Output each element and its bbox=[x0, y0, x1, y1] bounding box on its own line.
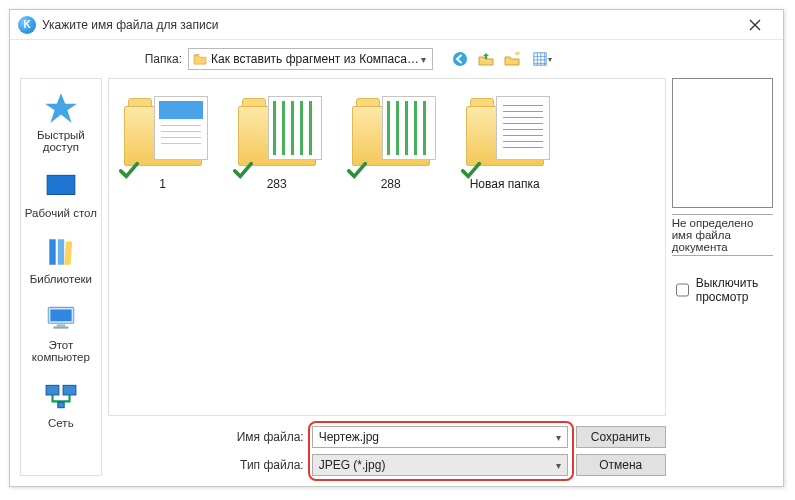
folder-icon bbox=[193, 53, 207, 65]
folder-label: Папка: bbox=[142, 52, 182, 66]
chevron-down-icon: ▾ bbox=[548, 55, 552, 64]
save-file-dialog: K Укажите имя файла для записи Папка: Ка… bbox=[9, 9, 784, 487]
preview-box bbox=[672, 78, 773, 208]
folder-thumbnail bbox=[462, 95, 548, 177]
filename-label: Имя файла: bbox=[234, 430, 304, 444]
place-desktop[interactable]: Рабочий стол bbox=[21, 167, 101, 221]
folder-item-label: 1 bbox=[159, 177, 166, 191]
checkbox-label: Выключить просмотр bbox=[696, 276, 773, 304]
folder-thumbnail bbox=[120, 95, 206, 177]
preview-status: Не определено имя файла документа bbox=[672, 214, 773, 256]
svg-point-1 bbox=[515, 52, 519, 56]
svg-rect-7 bbox=[64, 241, 72, 264]
svg-point-0 bbox=[453, 52, 467, 66]
place-quick-access[interactable]: Быстрый доступ bbox=[21, 89, 101, 155]
file-list[interactable]: 1283288Новая папка bbox=[108, 78, 666, 416]
checkmark-icon bbox=[118, 159, 140, 181]
network-icon bbox=[44, 379, 78, 413]
window-title: Укажите имя файла для записи bbox=[42, 18, 735, 32]
center-column: 1283288Новая папка Имя файла: Чертеж.jpg… bbox=[108, 78, 666, 476]
back-button[interactable] bbox=[449, 48, 471, 70]
libraries-icon bbox=[44, 235, 78, 269]
svg-rect-3 bbox=[47, 175, 75, 194]
checkmark-icon bbox=[232, 159, 254, 181]
place-label: Быстрый доступ bbox=[21, 129, 101, 153]
svg-rect-14 bbox=[58, 402, 64, 407]
chevron-down-icon: ▾ bbox=[419, 54, 428, 65]
new-folder-icon bbox=[504, 51, 520, 67]
checkmark-icon bbox=[346, 159, 368, 181]
svg-rect-12 bbox=[46, 385, 59, 395]
filename-input[interactable]: Чертеж.jpg ▾ bbox=[312, 426, 568, 448]
save-button[interactable]: Сохранить bbox=[576, 426, 666, 448]
place-label: Рабочий стол bbox=[25, 207, 97, 219]
filetype-select[interactable]: JPEG (*.jpg) ▾ bbox=[312, 454, 568, 476]
new-folder-button[interactable] bbox=[501, 48, 523, 70]
titlebar: K Укажите имя файла для записи bbox=[10, 10, 783, 40]
checkmark-icon bbox=[460, 159, 482, 181]
app-icon: K bbox=[18, 16, 36, 34]
filetype-value: JPEG (*.jpg) bbox=[319, 458, 556, 472]
folder-toolbar: Папка: Как вставить фрагмент из Компаса … bbox=[142, 48, 773, 70]
folder-item[interactable]: Новая папка bbox=[461, 95, 549, 191]
checkbox-input[interactable] bbox=[676, 283, 689, 297]
folder-item-label: 288 bbox=[381, 177, 401, 191]
view-grid-icon bbox=[533, 52, 547, 66]
back-arrow-icon bbox=[452, 51, 468, 67]
folder-thumbnail bbox=[234, 95, 320, 177]
chevron-down-icon: ▾ bbox=[556, 460, 561, 471]
folder-item[interactable]: 283 bbox=[233, 95, 321, 191]
svg-rect-10 bbox=[57, 324, 66, 326]
place-network[interactable]: Сеть bbox=[21, 377, 101, 431]
folder-item[interactable]: 288 bbox=[347, 95, 435, 191]
places-bar: Быстрый доступ Рабочий стол Библиотеки Э… bbox=[20, 78, 102, 476]
toolbar-buttons: ▾ bbox=[449, 48, 557, 70]
place-label: Этот компьютер bbox=[21, 339, 101, 363]
filename-value: Чертеж.jpg bbox=[319, 430, 556, 444]
quick-access-icon bbox=[44, 91, 78, 125]
close-button[interactable] bbox=[735, 11, 775, 39]
svg-rect-9 bbox=[50, 310, 71, 322]
disable-preview-checkbox[interactable]: Выключить просмотр bbox=[672, 276, 773, 304]
folder-up-icon bbox=[478, 51, 494, 67]
folder-selector[interactable]: Как вставить фрагмент из Компаса в Вор ▾ bbox=[188, 48, 433, 70]
place-computer[interactable]: Этот компьютер bbox=[21, 299, 101, 365]
folder-thumbnail bbox=[348, 95, 434, 177]
dialog-body: Папка: Как вставить фрагмент из Компаса … bbox=[10, 40, 783, 486]
up-folder-button[interactable] bbox=[475, 48, 497, 70]
preview-column: Не определено имя файла документа Выключ… bbox=[672, 78, 773, 476]
folder-item[interactable]: 1 bbox=[119, 95, 207, 191]
computer-icon bbox=[44, 301, 78, 335]
bottom-controls: Имя файла: Чертеж.jpg ▾ Сохранить Тип фа… bbox=[234, 426, 666, 476]
svg-rect-6 bbox=[58, 239, 64, 265]
folder-item-label: 283 bbox=[267, 177, 287, 191]
place-label: Библиотеки bbox=[30, 273, 92, 285]
place-label: Сеть bbox=[48, 417, 74, 429]
svg-rect-5 bbox=[49, 239, 55, 265]
svg-rect-13 bbox=[63, 385, 76, 395]
place-libraries[interactable]: Библиотеки bbox=[21, 233, 101, 287]
main-content-row: Быстрый доступ Рабочий стол Библиотеки Э… bbox=[20, 78, 773, 476]
close-icon bbox=[749, 19, 761, 31]
chevron-down-icon: ▾ bbox=[556, 432, 561, 443]
desktop-icon bbox=[44, 169, 78, 203]
view-menu-button[interactable]: ▾ bbox=[527, 48, 557, 70]
svg-rect-11 bbox=[53, 327, 68, 329]
filetype-label: Тип файла: bbox=[234, 458, 304, 472]
cancel-button[interactable]: Отмена bbox=[576, 454, 666, 476]
folder-selector-text: Как вставить фрагмент из Компаса в Вор bbox=[211, 52, 419, 66]
